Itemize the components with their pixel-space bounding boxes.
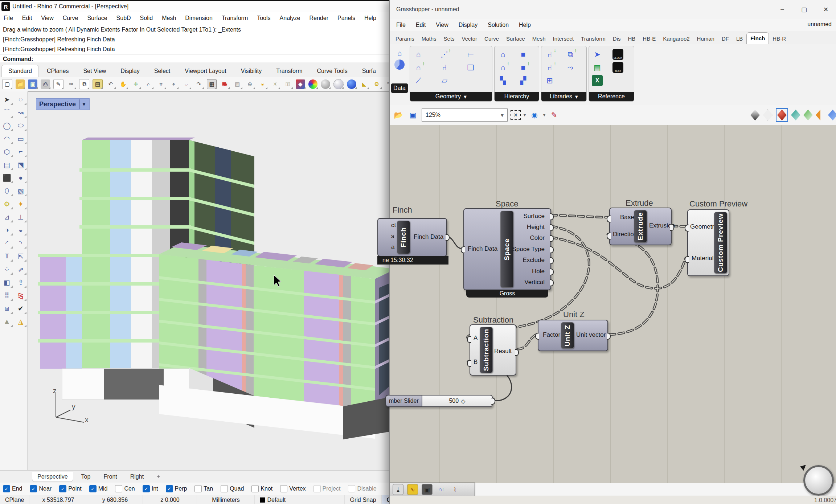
tab-lb[interactable]: LB xyxy=(733,33,746,44)
array-tool-icon[interactable]: ⁘ xyxy=(0,263,14,276)
layout-a-icon[interactable]: ▚ xyxy=(497,75,508,86)
rhino-titlebar[interactable]: R Untitled - Rhino 7 Commercial - [Persp… xyxy=(0,0,392,12)
layout-up-icon[interactable]: ⧉↑ xyxy=(565,49,576,60)
toolbar-tab-curve-tools[interactable]: Curve Tools xyxy=(310,65,354,77)
gh-menu-view[interactable]: View xyxy=(436,22,448,28)
light-icon[interactable]: ☀ xyxy=(270,79,280,89)
zoom-icon[interactable]: ⌕ xyxy=(144,79,153,89)
geometry-input-nub[interactable] xyxy=(685,225,689,231)
block-icon[interactable]: BLOCK xyxy=(612,49,623,60)
spline-nodes-icon[interactable]: ⌇ xyxy=(450,484,460,495)
path-arrow-icon[interactable]: ⤳ xyxy=(565,62,576,73)
zoom-window-icon[interactable]: ⌗ xyxy=(156,79,166,89)
rhino-menu-solid[interactable]: Solid xyxy=(140,15,153,21)
building-icon[interactable]: ⌂ xyxy=(413,49,424,60)
hierarchy-group-label[interactable]: Hierarchy xyxy=(495,92,539,101)
rendered-sphere-icon[interactable] xyxy=(347,79,356,89)
canvas-compass-widget[interactable] xyxy=(803,465,834,496)
rhino-menu-tools[interactable]: Tools xyxy=(257,15,270,21)
point-vector-icon[interactable]: ⋰↑ xyxy=(439,49,450,60)
settings-gear-icon[interactable]: ⚙ xyxy=(372,79,381,89)
plane-icon[interactable]: ▱ xyxy=(439,75,450,86)
align-tool-icon[interactable]: ⧎ xyxy=(14,289,28,302)
tab-mesh[interactable]: Mesh xyxy=(529,33,549,44)
fillet-tool-icon[interactable]: ◜ xyxy=(0,237,14,250)
unit-z-component[interactable]: Factor Unit Z Unit vector xyxy=(538,320,608,351)
color-wheel-icon[interactable] xyxy=(308,79,318,89)
tab-dis[interactable]: Dis xyxy=(609,33,624,44)
zoom-selected-icon[interactable]: ⌖ xyxy=(169,79,179,89)
copy-icon[interactable]: ⧉ xyxy=(79,79,89,89)
space-component-badge[interactable]: Space xyxy=(500,211,513,288)
undo-icon[interactable]: ↶ xyxy=(106,79,115,89)
square-icon[interactable]: ■ xyxy=(518,49,529,60)
bake-icon[interactable]: ⤓ xyxy=(393,484,403,495)
cut-icon[interactable]: ✂ xyxy=(67,79,76,89)
chair-down-icon[interactable]: ⑁↓ xyxy=(544,49,555,60)
print-icon[interactable]: ⎙ xyxy=(41,79,50,89)
pyramid-tool-icon[interactable]: ◮ xyxy=(14,315,28,328)
zoom-extents-icon[interactable]: ⌔ xyxy=(181,79,191,89)
tab-human[interactable]: Human xyxy=(693,33,718,44)
tab-maths[interactable]: Maths xyxy=(418,33,440,44)
view-tab-top[interactable]: Top xyxy=(76,472,96,482)
subtraction-component[interactable]: A B Subtraction Result xyxy=(470,324,516,376)
puzzle-tool-icon[interactable]: ⚙ xyxy=(0,197,14,210)
hatch-icon[interactable]: ◣ xyxy=(360,79,369,89)
shaded-sphere-icon[interactable] xyxy=(321,79,330,89)
save-document-icon[interactable]: ▣ xyxy=(407,109,419,121)
sphere-tool-icon[interactable]: ● xyxy=(14,171,28,184)
gh-menu-help[interactable]: Help xyxy=(519,22,531,28)
focus-dropdown-icon[interactable]: ▾ xyxy=(524,112,526,118)
surface-patch-icon[interactable]: ⬔ xyxy=(14,158,28,171)
offset-tool-icon[interactable]: ⇱ xyxy=(14,250,28,263)
rhino-menu-panels[interactable]: Panels xyxy=(337,15,355,21)
space-gross-bar[interactable]: Gross xyxy=(466,290,548,298)
eye-dropdown-icon[interactable]: ▾ xyxy=(543,112,545,118)
tab-params[interactable]: Params xyxy=(392,33,418,44)
boolean-union-icon[interactable]: ◑ xyxy=(0,224,14,237)
zoom-focus-icon[interactable]: ✕ xyxy=(511,110,521,120)
display-shaded-selected[interactable] xyxy=(776,108,788,122)
toolbar-tab-transform[interactable]: Transform xyxy=(270,65,309,77)
osnap-project[interactable]: Project xyxy=(314,485,341,492)
subtraction-badge[interactable]: Subtraction xyxy=(480,327,493,373)
open-document-icon[interactable]: 📂 xyxy=(393,109,404,121)
house-up-icon[interactable]: ⌂↑ xyxy=(497,62,508,73)
minimize-button[interactable]: – xyxy=(771,2,793,17)
rhino-menu-mesh[interactable]: Mesh xyxy=(162,15,176,21)
space-input-nub[interactable] xyxy=(461,246,465,253)
explode-tool-icon[interactable]: ✦ xyxy=(14,197,28,210)
undo-view-icon[interactable]: ↷ xyxy=(194,79,204,89)
osnap-perp[interactable]: ✓Perp xyxy=(166,485,187,492)
tab-sets[interactable]: Sets xyxy=(440,33,458,44)
extrude-component-badge[interactable]: Extrude xyxy=(634,210,647,243)
group-tool-icon[interactable]: ⧈ xyxy=(0,302,14,315)
split-tool-icon[interactable]: ⊥ xyxy=(14,210,28,224)
rhino-menu-transform[interactable]: Transform xyxy=(222,15,248,21)
finch-component[interactable]: ct s a Finch Finch Data xyxy=(377,218,447,257)
sketch-pen-icon[interactable]: ✎ xyxy=(548,109,560,121)
new-file-icon[interactable]: ▢ xyxy=(2,79,12,89)
floorplan-icon[interactable]: ⊞ xyxy=(544,75,555,86)
square-up-icon[interactable]: ■↑ xyxy=(518,62,529,73)
unit-z-badge[interactable]: Unit Z xyxy=(561,322,574,349)
status-units[interactable]: Millimeters xyxy=(197,495,255,504)
lift-tool-icon[interactable]: ⇪ xyxy=(14,276,28,289)
display-green-icon[interactable] xyxy=(803,110,813,120)
gh-menu-file[interactable]: File xyxy=(396,22,406,28)
reference-group-label[interactable]: Reference xyxy=(589,92,634,101)
toolbar-tab-standard[interactable]: Standard xyxy=(1,65,39,77)
gumball-icon[interactable]: ⚹ xyxy=(258,79,267,89)
tab-finch[interactable]: Finch xyxy=(746,32,769,44)
custom-preview-component[interactable]: Geometry Material Custom Preview xyxy=(687,209,729,276)
tab-hb-r[interactable]: HB-R xyxy=(769,33,790,44)
green-sheet-icon[interactable]: ▤ xyxy=(592,62,603,73)
display-blue-icon[interactable] xyxy=(828,110,836,120)
viewport-dropdown-icon[interactable]: ▼ xyxy=(82,102,86,107)
panel-surface-icon[interactable]: ▧ xyxy=(14,184,28,197)
rhino-menu-help[interactable]: Help xyxy=(364,15,376,21)
view-tab-perspective[interactable]: Perspective xyxy=(32,472,73,482)
lock-icon[interactable]: ⚿ xyxy=(283,79,292,89)
status-cplane[interactable]: CPlane xyxy=(0,495,29,504)
